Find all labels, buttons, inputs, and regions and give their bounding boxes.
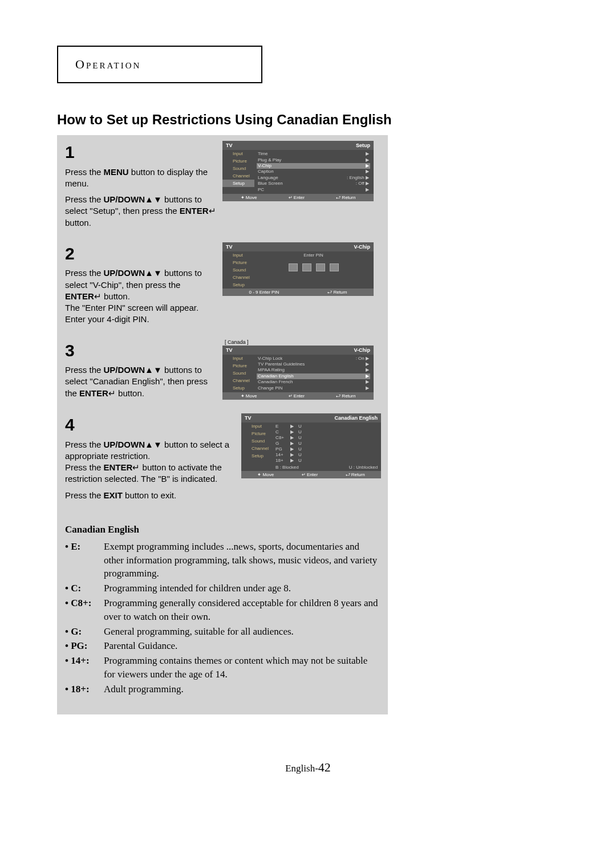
osd-side: InputPictureSoundChannelSetup [222, 150, 254, 194]
step-4-screenshot: TVCanadian English InputPictureSoundChan… [241, 413, 380, 478]
step-4: 4 Press the UP/DOWN▲▼ button to select a… [65, 413, 380, 501]
page-title: How to Set up Restrictions Using Canadia… [57, 111, 559, 128]
osd-canadian-english: TVCanadian English InputPictureSoundChan… [241, 413, 381, 478]
step-number: 4 [65, 413, 238, 437]
step-3-text: 3 Press the UP/DOWN▲▼ buttons to select … [65, 339, 222, 399]
step-number: 1 [65, 141, 219, 164]
step-4-p3: Press the EXIT button to exit. [65, 490, 238, 501]
step-number: 2 [65, 242, 219, 266]
step-1-p2: Press the UP/DOWN▲▼ buttons to select "S… [65, 194, 219, 229]
osd-vchip: TVV-Chip InputPictureSoundChannelSetup V… [222, 346, 374, 400]
page-number: English-42 [57, 760, 559, 775]
osd-side: InputPictureSoundChannelSetup [222, 355, 254, 392]
step-3-screenshot: [ Canada ] TVV-Chip InputPictureSoundCha… [222, 339, 380, 400]
rating-row: • 18+:Adult programming. [65, 683, 380, 696]
step-2: 2 Press the UP/DOWN▲▼ buttons to select … [65, 242, 380, 326]
osd-pin: TVV-Chip InputPictureSoundChannelSetup E… [222, 242, 374, 296]
step-2-screenshot: TVV-Chip InputPictureSoundChannelSetup E… [222, 242, 380, 296]
ratings-definitions: Canadian English • E:Exempt programming … [57, 513, 388, 714]
section-header: Operation [75, 57, 141, 71]
step-2-p2: The "Enter PIN" screen will appear. Ente… [65, 302, 219, 326]
osd-main: E▶U C▶U C8+▶U G▶U PG▶U 14+▶U 18+▶U B : B… [273, 423, 381, 471]
rating-row: • PG:Parental Guidance. [65, 639, 380, 653]
step-number: 3 [65, 339, 219, 363]
step-3-p1: Press the UP/DOWN▲▼ buttons to select "C… [65, 364, 219, 399]
section-header-box: Operation [57, 46, 262, 83]
osd-main: Time▶ Plug & Play▶ V-Chip▶ Caption▶ Lang… [254, 150, 374, 194]
step-1: 1 Press the MENU button to display the m… [65, 141, 380, 229]
rating-row: • G:General programming, suitable for al… [65, 625, 380, 639]
rating-row: • E:Exempt programming includes ...news,… [65, 540, 380, 580]
osd-side: InputPictureSoundChannelSetup [222, 251, 254, 289]
step-3: 3 Press the UP/DOWN▲▼ buttons to select … [65, 339, 380, 400]
osd-main: Enter PIN [254, 251, 374, 289]
step-1-text: 1 Press the MENU button to display the m… [65, 141, 222, 229]
rating-row: • C:Programming intended for children un… [65, 582, 380, 595]
step-2-text: 2 Press the UP/DOWN▲▼ buttons to select … [65, 242, 222, 326]
step-1-p1: Press the MENU button to display the men… [65, 166, 219, 190]
osd-setup: TVSetup InputPictureSoundChannelSetup Ti… [222, 141, 374, 201]
rating-row: • C8+:Programming generally considered a… [65, 596, 380, 624]
step-4-text: 4 Press the UP/DOWN▲▼ button to select a… [65, 413, 241, 501]
step-4-p2: Press the ENTER↵ button to activate the … [65, 462, 238, 485]
rating-row: • 14+:Programming contains themes or con… [65, 654, 380, 681]
steps-block: 1 Press the MENU button to display the m… [57, 135, 388, 513]
osd-main: V-Chip Lock: On ▶ TV Parental Guidelines… [254, 355, 374, 392]
step-1-screenshot: TVSetup InputPictureSoundChannelSetup Ti… [222, 141, 380, 201]
ratings-title: Canadian English [65, 524, 380, 535]
step-4-p1: Press the UP/DOWN▲▼ button to select a a… [65, 439, 238, 462]
step-2-p1: Press the UP/DOWN▲▼ buttons to select "V… [65, 267, 219, 302]
osd-side: InputPictureSoundChannelSetup [241, 423, 273, 471]
